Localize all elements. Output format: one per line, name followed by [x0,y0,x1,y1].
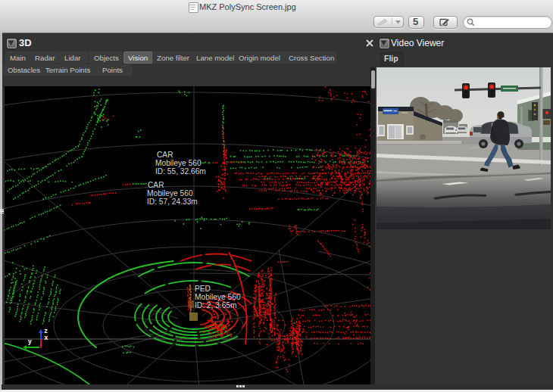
svg-text:ID: 57, 24.33m: ID: 57, 24.33m [147,198,198,206]
svg-text:ID: 55, 32.66m: ID: 55, 32.66m [155,167,206,176]
svg-text:x: x [45,334,48,341]
svg-text:Mobileye 560: Mobileye 560 [155,159,202,167]
svg-text:CAR: CAR [157,151,173,159]
svg-text:CAR: CAR [148,181,164,189]
svg-text:Mobileye 560: Mobileye 560 [147,189,193,198]
svg-text:y: y [28,338,32,345]
svg-text:PED: PED [195,285,211,293]
svg-text:Mobileye 560: Mobileye 560 [195,293,241,301]
svg-text:ID: 2, 3.65m: ID: 2, 3.65m [195,301,237,310]
